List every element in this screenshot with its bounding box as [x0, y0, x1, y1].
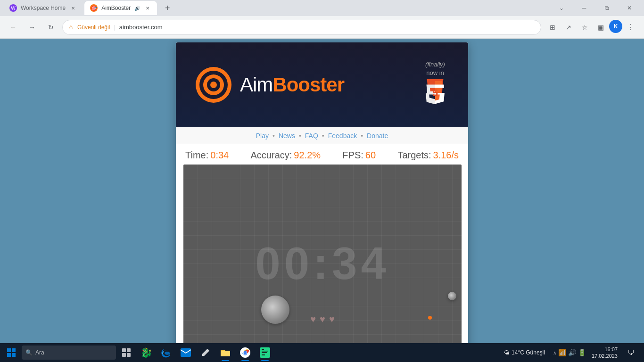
window-controls: ⌄ ─ ⧉ ✕ — [551, 0, 640, 16]
back-button[interactable]: ← — [6, 20, 21, 35]
tab-aimbooster-label: AimBooster — [101, 5, 131, 11]
targets-label: Targets: — [397, 150, 431, 161]
time-value: 0:34 — [210, 150, 229, 161]
tab-strip-dropdown[interactable]: ⌄ — [551, 0, 572, 16]
game-stats: Time: 0:34 Accuracy: 92.2% FPS: 60 Targe… — [183, 150, 461, 161]
menu-button[interactable]: ⋮ — [623, 20, 638, 35]
tab-aimbooster-close[interactable]: ✕ — [144, 4, 151, 12]
svg-rect-11 — [127, 348, 131, 352]
taskbar-icon-mail[interactable] — [176, 343, 195, 362]
audio-icon: 🔊 — [134, 6, 140, 11]
html5-shield: 5 — [421, 77, 449, 109]
bookmark-button[interactable]: ☆ — [577, 20, 592, 35]
tray-icons: 🌤 14°C Güneşli ∧ 📶 🔊 🔋 — [504, 348, 586, 357]
translate-button[interactable]: ⊞ — [545, 20, 560, 35]
accuracy-label: Accuracy: — [251, 150, 292, 161]
game-area: Time: 0:34 Accuracy: 92.2% FPS: 60 Targe… — [176, 144, 468, 343]
address-actions: ⊞ ↗ ☆ ▣ K ⋮ — [545, 20, 638, 35]
timer-overlay: 00:34 — [255, 238, 390, 289]
restore-button[interactable]: ⧉ — [596, 0, 618, 16]
nav-donate[interactable]: Donate — [365, 132, 390, 140]
taskbar-task-view[interactable] — [117, 343, 136, 362]
svg-text:5: 5 — [432, 88, 438, 99]
taskbar-icon-pycharm[interactable] — [256, 343, 274, 362]
target-tiny-1[interactable] — [428, 316, 432, 320]
share-button[interactable]: ↗ — [561, 20, 576, 35]
taskbar: 🔍 Ara 🐉 — [0, 343, 644, 362]
minimize-button[interactable]: ─ — [573, 0, 595, 16]
nav-faq[interactable]: FAQ — [303, 132, 320, 140]
page-content: AimBooster (finally) now in 5 — [0, 39, 644, 343]
tab-workspace[interactable]: W Workspace Home ✕ — [4, 1, 83, 15]
reload-button[interactable]: ↻ — [43, 20, 58, 35]
browser-window: W Workspace Home ✕ 🎯 AimBooster 🔊 ✕ + ⌄ … — [0, 0, 644, 343]
tab-aimbooster[interactable]: 🎯 AimBooster 🔊 ✕ — [84, 1, 157, 15]
url-domain: aimbooster.com — [119, 24, 163, 31]
taskbar-search[interactable]: 🔍 Ara — [22, 346, 116, 360]
site-header: AimBooster (finally) now in 5 — [176, 42, 468, 127]
game-canvas[interactable]: 00:34 ♥ ♥ ♥ — [183, 165, 462, 343]
html5-badge: (finally) now in 5 — [421, 60, 449, 109]
workspace-favicon: W — [9, 4, 17, 12]
logo-aim: Aim — [240, 74, 272, 96]
nav-play[interactable]: Play — [254, 132, 271, 140]
notification-button[interactable]: 🗨 — [623, 343, 638, 362]
network-icon: 📶 — [558, 349, 566, 356]
address-bar: ← → ↻ ⚠ Güvenli değil | aimbooster.com ⊞… — [0, 16, 644, 39]
svg-rect-24 — [262, 354, 265, 355]
target-gray-1[interactable] — [261, 296, 289, 324]
svg-rect-12 — [122, 353, 126, 357]
hearts-display: ♥ ♥ ♥ — [310, 314, 335, 325]
taskbar-icon-pen[interactable] — [196, 343, 215, 362]
target-gray-2[interactable] — [448, 292, 456, 300]
tagline-finally: (finally) — [421, 60, 449, 69]
clock-date: 17.02.2023 — [592, 353, 618, 359]
svg-point-14 — [165, 352, 170, 355]
tray-divider — [549, 348, 549, 357]
forward-button[interactable]: → — [25, 20, 40, 35]
svg-rect-7 — [12, 348, 16, 352]
site-container: AimBooster (finally) now in 5 — [176, 42, 468, 343]
tab-workspace-label: Workspace Home — [21, 5, 66, 11]
power-icon: 🔋 — [578, 349, 586, 356]
svg-rect-23 — [262, 352, 267, 353]
logo-icon — [195, 66, 232, 104]
tagline-now: now in — [421, 69, 449, 77]
url-bar[interactable]: ⚠ Güvenli değil | aimbooster.com — [62, 20, 541, 35]
sidebar-button[interactable]: ▣ — [593, 20, 608, 35]
weather-icon: 🌤 — [504, 349, 510, 356]
svg-rect-15 — [181, 348, 191, 357]
accuracy-value: 92.2% — [294, 150, 321, 161]
logo-area: AimBooster — [195, 66, 344, 104]
taskbar-icon-explorer[interactable] — [216, 343, 235, 362]
logo-title: AimBooster — [240, 74, 344, 96]
tab-workspace-close[interactable]: ✕ — [69, 4, 77, 12]
clock-time: 16:07 — [604, 346, 618, 353]
aimbooster-favicon: 🎯 — [90, 4, 98, 12]
svg-rect-22 — [262, 351, 268, 352]
start-button[interactable] — [2, 343, 21, 362]
desktop: W Workspace Home ✕ 🎯 AimBooster 🔊 ✕ + ⌄ … — [0, 0, 644, 362]
search-icon: 🔍 — [25, 349, 33, 356]
security-label: Güvenli değil — [77, 24, 110, 31]
taskbar-icon-dragon[interactable]: 🐉 — [137, 343, 156, 362]
svg-rect-13 — [127, 353, 131, 357]
weather-text: 14°C Güneşli — [512, 349, 545, 356]
new-tab-button[interactable]: + — [161, 1, 174, 15]
site-nav: Play • News • FAQ • Feedback • Donate — [176, 127, 468, 144]
svg-rect-10 — [122, 348, 126, 352]
profile-button[interactable]: K — [609, 20, 622, 33]
taskbar-icon-chrome[interactable] — [236, 343, 255, 362]
tray-expand-icon[interactable]: ∧ — [553, 350, 556, 355]
search-placeholder: Ara — [35, 349, 44, 356]
targets-value: 3.16/s — [433, 150, 459, 161]
nav-feedback[interactable]: Feedback — [326, 132, 359, 140]
nav-news[interactable]: News — [277, 132, 297, 140]
volume-icon[interactable]: 🔊 — [568, 349, 576, 356]
clock-area[interactable]: 16:07 17.02.2023 — [588, 346, 621, 360]
taskbar-icon-edge[interactable] — [157, 343, 175, 362]
close-button[interactable]: ✕ — [619, 0, 640, 16]
svg-rect-8 — [7, 353, 11, 357]
url-separator: | — [114, 24, 115, 31]
logo-booster: Booster — [272, 74, 344, 96]
